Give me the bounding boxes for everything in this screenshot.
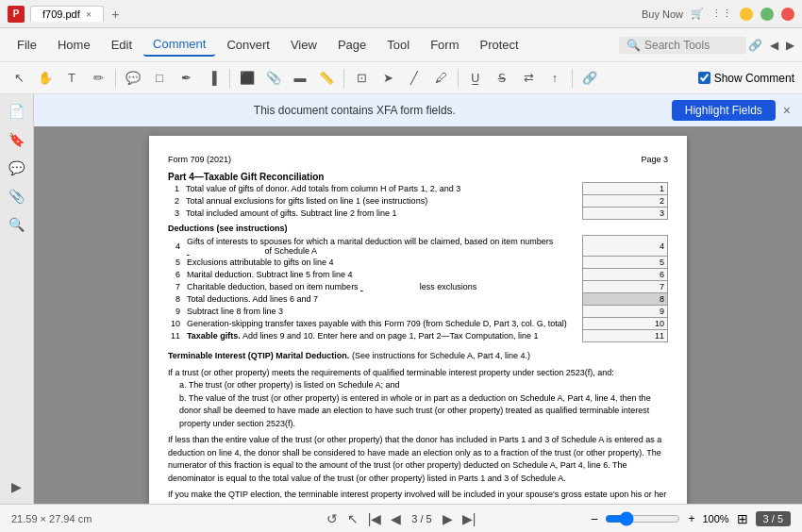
menu-file[interactable]: File xyxy=(8,34,46,56)
terminable-desc: (See instructions for Schedule A, Part 4… xyxy=(352,351,530,360)
tool-measure[interactable]: 📏 xyxy=(315,67,338,90)
search-box[interactable]: 🔍 xyxy=(619,37,746,54)
sidebar-bookmark-icon[interactable]: 🔖 xyxy=(6,128,28,151)
terminable-body-b: b. The value of the trust (or other prop… xyxy=(168,392,668,431)
tool-insert[interactable]: ↑ xyxy=(543,67,566,90)
sidebar-search-icon[interactable]: 🔍 xyxy=(6,213,28,236)
doc-area: This document contains XFA form fields. … xyxy=(34,94,802,504)
nav-rotate-icon[interactable]: ↺ xyxy=(324,511,341,526)
tool-box[interactable]: □ xyxy=(148,67,171,90)
page-navigation: ↺ ↖ |◀ ◀ 3 / 5 ▶ ▶| xyxy=(324,511,479,526)
menu-view[interactable]: View xyxy=(281,34,326,56)
new-tab-button[interactable]: + xyxy=(108,7,123,22)
left-sidebar: 📄 🔖 💬 📎 🔍 ▶ xyxy=(0,94,34,504)
table-row: 8 Total deductions. Add lines 6 and 7 8 xyxy=(168,293,668,306)
share-icon[interactable]: 🔗 xyxy=(748,39,762,52)
tool-highlight[interactable]: ▐ xyxy=(201,67,224,90)
separator-1 xyxy=(115,69,116,88)
highlight-fields-button[interactable]: Highlight Fields xyxy=(672,100,776,121)
nav-next-button[interactable]: ▶ xyxy=(440,511,456,526)
zoom-in-icon[interactable]: + xyxy=(688,512,694,525)
nav-last-button[interactable]: ▶| xyxy=(459,511,479,526)
nav-first-button[interactable]: |◀ xyxy=(365,511,385,526)
zoom-slider[interactable] xyxy=(605,511,680,526)
menu-right-icons: 🔗 ◀ ▶ xyxy=(748,39,794,52)
menu-comment[interactable]: Comment xyxy=(143,33,215,57)
status-right: – + 100% ⊞ 3 / 5 xyxy=(478,511,791,526)
search-input[interactable] xyxy=(644,39,739,52)
nav-prev-button[interactable]: ◀ xyxy=(388,511,404,526)
tool-sticky[interactable]: 💬 xyxy=(122,67,144,90)
zoom-out-icon[interactable]: – xyxy=(592,512,598,525)
fit-page-icon[interactable]: ⊞ xyxy=(737,511,748,526)
tool-strikethrough[interactable]: S̶ xyxy=(491,67,513,90)
nav-cursor-icon[interactable]: ↖ xyxy=(344,511,361,526)
buy-now-link[interactable]: Buy Now xyxy=(642,8,683,20)
maximize-button[interactable] xyxy=(760,8,774,21)
close-notification-icon[interactable]: × xyxy=(783,103,791,118)
terminable-section: Terminable Interest (QTIP) Marital Deduc… xyxy=(168,350,668,504)
notification-text: This document contains XFA form fields. xyxy=(45,104,664,117)
terminable-body-1: If a trust (or other property) meets the… xyxy=(168,367,668,380)
show-comment-area: Show Comment xyxy=(698,72,794,85)
main-form-table: 1 Total value of gifts of donor. Add tot… xyxy=(168,182,668,220)
menu-tool[interactable]: Tool xyxy=(377,34,419,56)
menu-bar: File Home Edit Comment Convert View Page… xyxy=(0,28,802,62)
sidebar-attachment-icon[interactable]: 📎 xyxy=(6,185,28,208)
title-bar: P f709.pdf × + Buy Now 🛒 ⋮⋮ xyxy=(0,0,802,28)
file-tab[interactable]: f709.pdf × xyxy=(30,6,104,22)
table-row: 6 Marital deduction. Subtract line 5 fro… xyxy=(168,269,668,281)
tool-pen[interactable]: 🖊 xyxy=(429,67,452,90)
sidebar-arrow-right[interactable]: ▶ xyxy=(6,475,28,498)
sidebar-comment-icon[interactable]: 💬 xyxy=(6,157,28,179)
doc-page: Form 709 (2021) Page 3 Part 4—Taxable Gi… xyxy=(149,136,687,504)
menu-page[interactable]: Page xyxy=(328,34,376,56)
menu-convert[interactable]: Convert xyxy=(217,34,279,56)
tool-cursor[interactable]: ↖ xyxy=(8,67,30,90)
menu-home[interactable]: Home xyxy=(48,34,100,56)
app-icon: P xyxy=(8,6,25,23)
menu-edit[interactable]: Edit xyxy=(102,34,142,56)
menu-protect[interactable]: Protect xyxy=(470,34,527,56)
part-title: Part 4—Taxable Gift Reconciliation xyxy=(168,172,668,182)
tool-arrow[interactable]: ➤ xyxy=(376,67,399,90)
tool-link[interactable]: 🔗 xyxy=(578,67,601,90)
doc-scroll[interactable]: Form 709 (2021) Page 3 Part 4—Taxable Gi… xyxy=(34,126,802,504)
tool-draw[interactable]: ✒ xyxy=(175,67,197,90)
status-bar: 21.59 × 27.94 cm ↺ ↖ |◀ ◀ 3 / 5 ▶ ▶| – +… xyxy=(0,504,802,532)
show-comment-checkbox[interactable] xyxy=(698,72,710,84)
page-header: Form 709 (2021) Page 3 xyxy=(168,155,668,164)
table-row: 5 Exclusions attributable to gifts on li… xyxy=(168,257,668,269)
nav-back-icon[interactable]: ◀ xyxy=(770,39,778,52)
deductions-header: Deductions (see instructions) xyxy=(168,224,668,233)
close-button[interactable] xyxy=(781,8,794,21)
minimize-button[interactable] xyxy=(740,8,753,21)
tool-markup[interactable]: ✏ xyxy=(87,67,109,90)
tool-text[interactable]: T xyxy=(60,67,83,90)
tool-attach[interactable]: 📎 xyxy=(262,67,285,90)
nav-forward-icon[interactable]: ▶ xyxy=(786,39,794,52)
form-number: Form 709 (2021) xyxy=(168,155,231,164)
page-indicator: 3 / 5 xyxy=(411,513,431,524)
tab-bar-title: f709.pdf × + xyxy=(30,6,123,22)
table-row: 4 Gifts of interests to spouses for whic… xyxy=(168,236,668,257)
tab-close-icon[interactable]: × xyxy=(86,8,92,20)
separator-3 xyxy=(343,69,344,88)
tool-redact[interactable]: ▬ xyxy=(289,67,311,90)
table-row: 9 Subtract line 8 from line 3 9 xyxy=(168,306,668,318)
tool-area[interactable]: ⊡ xyxy=(350,67,373,90)
tool-line[interactable]: ╱ xyxy=(403,67,426,90)
table-row: 7 Charitable deduction, based on item nu… xyxy=(168,281,668,293)
tool-underline[interactable]: U̲ xyxy=(464,67,487,90)
tool-replace[interactable]: ⇄ xyxy=(517,67,540,90)
sidebar-page-icon[interactable]: 📄 xyxy=(6,100,28,123)
terminable-body-a: a. The trust (or other property) is list… xyxy=(168,379,668,392)
notification-bar: This document contains XFA form fields. … xyxy=(34,94,802,126)
table-row: 1 Total value of gifts of donor. Add tot… xyxy=(168,183,668,195)
menu-form[interactable]: Form xyxy=(421,34,468,56)
tool-hand[interactable]: ✋ xyxy=(34,67,57,90)
show-comment-label: Show Comment xyxy=(714,72,794,85)
table-row: 2 Total annual exclusions for gifts list… xyxy=(168,195,668,208)
toolbar: ↖ ✋ T ✏ 💬 □ ✒ ▐ ⬛ 📎 ▬ 📏 ⊡ ➤ ╱ 🖊 U̲ S̶ ⇄ … xyxy=(0,62,802,94)
tool-stamp[interactable]: ⬛ xyxy=(236,67,259,90)
